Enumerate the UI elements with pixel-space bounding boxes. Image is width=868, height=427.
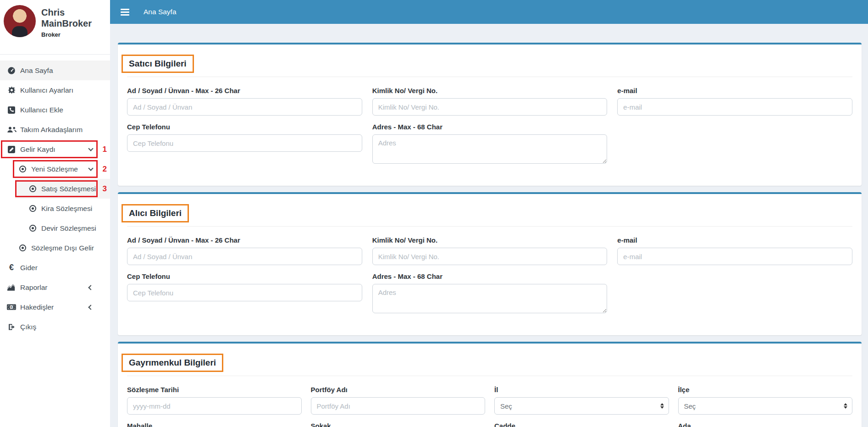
seller-name-label: Ad / Soyad / Ünvan - Max - 26 Char (127, 87, 362, 94)
property-info-card: Gayrımenkul Bilgileri Sözleşme Tarihi Po… (118, 342, 862, 427)
neighborhood-label: Mahalle (127, 422, 302, 427)
seller-email-label: e-mail (617, 87, 852, 94)
user-role: Broker (41, 31, 61, 38)
avenue-label: Cadde (494, 422, 669, 427)
sidebar-item-label: Çıkış (20, 323, 36, 331)
content: Satıcı Bilgileri Ad / Soyad / Ünvan - Ma… (110, 24, 868, 427)
buyer-info-card: Alıcı Bilgileri Ad / Soyad / Ünvan - Max… (118, 192, 862, 335)
seller-name-input[interactable] (127, 98, 362, 116)
user-profile: Chris MainBroker Broker (0, 0, 110, 55)
chevron-left-icon (88, 305, 93, 310)
seller-phone-label: Cep Telefonu (127, 123, 362, 131)
gear-icon (6, 86, 17, 94)
sidebar-item-label: Devir Sözleşmesi (41, 224, 96, 233)
dot-circle-icon (17, 244, 28, 251)
annotation-number-3: 3 (103, 184, 107, 194)
sidebar-item-hakedisler[interactable]: 0 Hakedişler (0, 297, 110, 317)
buyer-name-label: Ad / Soyad / Ünvan - Max - 26 Char (127, 236, 362, 244)
sidebar-item-kullanici-ayarlari[interactable]: Kullanıcı Ayarları (0, 80, 110, 100)
seller-id-input[interactable] (372, 98, 608, 116)
buyer-address-label: Adres - Max - 68 Char (372, 272, 608, 280)
sidebar-item-label: Gelir Kaydı (20, 145, 55, 154)
sidebar-item-label: Sözleşme Dışı Gelir (31, 244, 94, 252)
sidebar-item-gelir-kaydi[interactable]: Gelir Kaydı 1 (0, 139, 110, 159)
portfolio-name-label: Portföy Adı (311, 386, 486, 394)
buyer-email-input[interactable] (617, 248, 852, 265)
section-title-seller: Satıcı Bilgileri (122, 55, 194, 73)
page-title: Ana Sayfa (144, 8, 177, 16)
sidebar-item-sozlesme-disi-gelir[interactable]: Sözleşme Dışı Gelir (0, 238, 110, 258)
portfolio-name-input[interactable] (311, 397, 486, 415)
sidebar-item-label: Kullanıcı Ekle (20, 106, 63, 114)
chevron-down-icon (88, 166, 93, 171)
sidebar-item-kullanici-ekle[interactable]: Kullanıcı Ekle (0, 100, 110, 120)
sidebar-item-kira-sozlesmesi[interactable]: Kira Sözleşmesi (0, 199, 110, 218)
dot-circle-icon (28, 185, 38, 192)
sidebar-item-label: Raporlar (20, 283, 47, 292)
buyer-id-label: Kimlik No/ Vergi No. (372, 236, 608, 244)
money-icon: 0 (6, 304, 17, 310)
province-select[interactable]: Seç (494, 397, 669, 415)
street-label: Sokak (311, 422, 486, 427)
seller-id-label: Kimlik No/ Vergi No. (372, 87, 608, 94)
euro-icon: € (6, 263, 17, 272)
dot-circle-icon (28, 205, 38, 212)
sidebar-item-label: Kullanıcı Ayarları (20, 86, 73, 94)
district-select[interactable]: Seç (678, 397, 853, 415)
avatar (4, 5, 36, 37)
block-label: Ada (678, 422, 853, 427)
chevron-left-icon (88, 285, 93, 290)
sidebar-item-cikis[interactable]: Çıkış (0, 317, 110, 337)
sidebar-nav: Ana Sayfa Kullanıcı Ayarları Kullanıcı E… (0, 55, 110, 337)
seller-info-card: Satıcı Bilgileri Ad / Soyad / Ünvan - Ma… (118, 43, 862, 186)
seller-phone-input[interactable] (127, 134, 362, 152)
sidebar-item-label: Ana Sayfa (20, 67, 53, 75)
seller-address-label: Adres - Max - 68 Char (372, 123, 608, 131)
pencil-square-icon (6, 146, 17, 153)
seller-address-textarea[interactable] (372, 134, 608, 164)
buyer-address-textarea[interactable] (372, 284, 608, 313)
phone-square-icon (6, 106, 17, 114)
section-title-property: Gayrımenkul Bilgileri (122, 354, 223, 372)
sidebar-item-label: Yeni Sözleşme (31, 165, 78, 173)
sidebar-item-label: Gider (20, 264, 38, 272)
buyer-phone-label: Cep Telefonu (127, 272, 362, 280)
district-label: İlçe (678, 386, 853, 394)
buyer-phone-input[interactable] (127, 284, 362, 301)
user-name: Chris MainBroker (41, 7, 101, 29)
sidebar-item-label: Hakedişler (20, 303, 54, 311)
annotation-number-1: 1 (103, 145, 107, 154)
topbar: Ana Sayfa (110, 0, 868, 24)
buyer-name-input[interactable] (127, 248, 362, 265)
users-icon (6, 126, 17, 133)
chevron-down-icon (88, 146, 93, 151)
section-title-buyer: Alıcı Bilgileri (122, 204, 189, 222)
sidebar-item-label: Satış Sözleşmesi (41, 185, 96, 193)
chart-icon (6, 284, 17, 291)
dot-circle-icon (17, 166, 28, 172)
sidebar-item-ana-sayfa[interactable]: Ana Sayfa (0, 61, 110, 80)
sidebar-item-satis-sozlesmesi[interactable]: Satış Sözleşmesi 3 (0, 179, 110, 199)
buyer-email-label: e-mail (617, 236, 852, 244)
sidebar-item-takim-arkadaslarim[interactable]: Takım Arkadaşlarım (0, 120, 110, 139)
sidebar-item-raporlar[interactable]: Raporlar (0, 277, 110, 297)
contract-date-input[interactable] (127, 397, 302, 415)
sidebar-item-label: Kira Sözleşmesi (41, 205, 92, 213)
divider (127, 77, 852, 77)
sign-out-icon (6, 323, 17, 331)
svg-text:0: 0 (11, 305, 12, 309)
divider (127, 226, 852, 227)
sidebar: Chris MainBroker Broker Ana Sayfa Kullan… (0, 0, 110, 427)
buyer-id-input[interactable] (372, 248, 608, 265)
seller-email-input[interactable] (617, 98, 852, 116)
annotation-number-2: 2 (103, 165, 107, 174)
sidebar-item-devir-sozlesmesi[interactable]: Devir Sözleşmesi (0, 218, 110, 238)
main-area: Ana Sayfa Satıcı Bilgileri Ad / Soyad / … (110, 0, 868, 427)
province-label: İl (494, 386, 669, 394)
sidebar-item-yeni-sozlesme[interactable]: Yeni Sözleşme 2 (0, 159, 110, 179)
divider (127, 376, 852, 376)
dot-circle-icon (28, 225, 38, 232)
sidebar-item-label: Takım Arkadaşlarım (20, 126, 83, 134)
sidebar-item-gider[interactable]: € Gider (0, 258, 110, 277)
hamburger-menu-icon[interactable] (121, 7, 129, 17)
